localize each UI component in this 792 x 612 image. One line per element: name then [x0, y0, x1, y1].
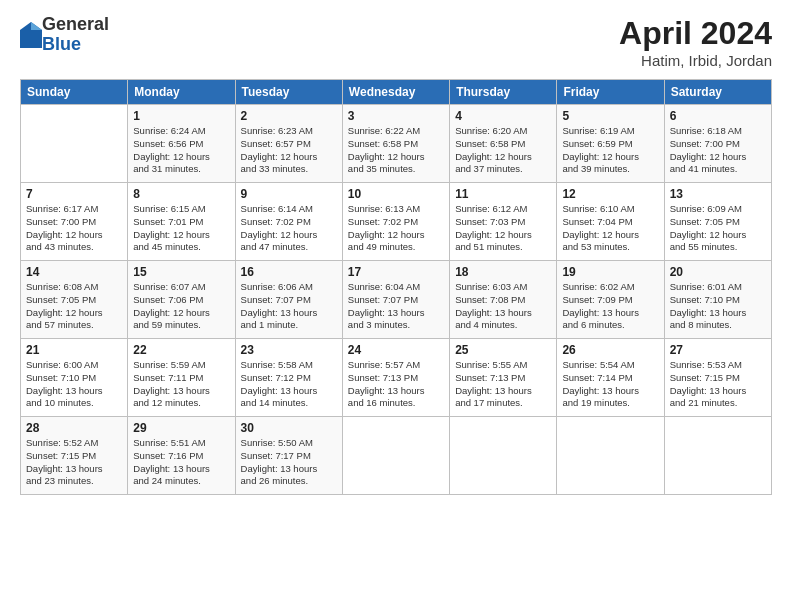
cell-w3-d1: 15Sunrise: 6:07 AM Sunset: 7:06 PM Dayli…: [128, 261, 235, 339]
day-number: 11: [455, 187, 551, 201]
day-info: Sunrise: 6:01 AM Sunset: 7:10 PM Dayligh…: [670, 281, 766, 332]
day-number: 17: [348, 265, 444, 279]
day-info: Sunrise: 5:55 AM Sunset: 7:13 PM Dayligh…: [455, 359, 551, 410]
logo-text: General Blue: [42, 15, 109, 55]
col-thursday: Thursday: [450, 80, 557, 105]
cell-w5-d4: [450, 417, 557, 495]
day-info: Sunrise: 5:50 AM Sunset: 7:17 PM Dayligh…: [241, 437, 337, 488]
day-number: 10: [348, 187, 444, 201]
day-info: Sunrise: 6:06 AM Sunset: 7:07 PM Dayligh…: [241, 281, 337, 332]
col-saturday: Saturday: [664, 80, 771, 105]
cell-w3-d6: 20Sunrise: 6:01 AM Sunset: 7:10 PM Dayli…: [664, 261, 771, 339]
day-number: 2: [241, 109, 337, 123]
cell-w5-d0: 28Sunrise: 5:52 AM Sunset: 7:15 PM Dayli…: [21, 417, 128, 495]
cell-w1-d4: 4Sunrise: 6:20 AM Sunset: 6:58 PM Daylig…: [450, 105, 557, 183]
cell-w5-d1: 29Sunrise: 5:51 AM Sunset: 7:16 PM Dayli…: [128, 417, 235, 495]
cell-w1-d2: 2Sunrise: 6:23 AM Sunset: 6:57 PM Daylig…: [235, 105, 342, 183]
day-number: 25: [455, 343, 551, 357]
day-info: Sunrise: 6:20 AM Sunset: 6:58 PM Dayligh…: [455, 125, 551, 176]
day-info: Sunrise: 6:08 AM Sunset: 7:05 PM Dayligh…: [26, 281, 122, 332]
col-friday: Friday: [557, 80, 664, 105]
month-title: April 2024: [619, 15, 772, 52]
day-info: Sunrise: 6:19 AM Sunset: 6:59 PM Dayligh…: [562, 125, 658, 176]
day-number: 29: [133, 421, 229, 435]
col-monday: Monday: [128, 80, 235, 105]
page: General Blue April 2024 Hatim, Irbid, Jo…: [0, 0, 792, 612]
cell-w4-d1: 22Sunrise: 5:59 AM Sunset: 7:11 PM Dayli…: [128, 339, 235, 417]
cell-w1-d0: [21, 105, 128, 183]
cell-w2-d3: 10Sunrise: 6:13 AM Sunset: 7:02 PM Dayli…: [342, 183, 449, 261]
logo-general: General: [42, 15, 109, 35]
title-area: April 2024 Hatim, Irbid, Jordan: [619, 15, 772, 69]
day-number: 21: [26, 343, 122, 357]
day-number: 15: [133, 265, 229, 279]
cell-w2-d2: 9Sunrise: 6:14 AM Sunset: 7:02 PM Daylig…: [235, 183, 342, 261]
cell-w1-d6: 6Sunrise: 6:18 AM Sunset: 7:00 PM Daylig…: [664, 105, 771, 183]
day-number: 4: [455, 109, 551, 123]
header: General Blue April 2024 Hatim, Irbid, Jo…: [20, 15, 772, 69]
cell-w4-d6: 27Sunrise: 5:53 AM Sunset: 7:15 PM Dayli…: [664, 339, 771, 417]
day-info: Sunrise: 6:23 AM Sunset: 6:57 PM Dayligh…: [241, 125, 337, 176]
day-info: Sunrise: 5:58 AM Sunset: 7:12 PM Dayligh…: [241, 359, 337, 410]
day-info: Sunrise: 5:53 AM Sunset: 7:15 PM Dayligh…: [670, 359, 766, 410]
cell-w2-d1: 8Sunrise: 6:15 AM Sunset: 7:01 PM Daylig…: [128, 183, 235, 261]
day-number: 30: [241, 421, 337, 435]
cell-w5-d6: [664, 417, 771, 495]
week-row-3: 14Sunrise: 6:08 AM Sunset: 7:05 PM Dayli…: [21, 261, 772, 339]
day-number: 24: [348, 343, 444, 357]
day-info: Sunrise: 5:57 AM Sunset: 7:13 PM Dayligh…: [348, 359, 444, 410]
cell-w3-d3: 17Sunrise: 6:04 AM Sunset: 7:07 PM Dayli…: [342, 261, 449, 339]
cell-w1-d3: 3Sunrise: 6:22 AM Sunset: 6:58 PM Daylig…: [342, 105, 449, 183]
day-info: Sunrise: 6:18 AM Sunset: 7:00 PM Dayligh…: [670, 125, 766, 176]
cell-w5-d3: [342, 417, 449, 495]
day-info: Sunrise: 5:59 AM Sunset: 7:11 PM Dayligh…: [133, 359, 229, 410]
week-row-2: 7Sunrise: 6:17 AM Sunset: 7:00 PM Daylig…: [21, 183, 772, 261]
day-info: Sunrise: 6:03 AM Sunset: 7:08 PM Dayligh…: [455, 281, 551, 332]
day-number: 7: [26, 187, 122, 201]
cell-w5-d5: [557, 417, 664, 495]
cell-w1-d1: 1Sunrise: 6:24 AM Sunset: 6:56 PM Daylig…: [128, 105, 235, 183]
day-number: 16: [241, 265, 337, 279]
day-number: 12: [562, 187, 658, 201]
day-info: Sunrise: 5:52 AM Sunset: 7:15 PM Dayligh…: [26, 437, 122, 488]
logo: General Blue: [20, 15, 109, 55]
day-number: 27: [670, 343, 766, 357]
day-number: 8: [133, 187, 229, 201]
logo-blue: Blue: [42, 35, 109, 55]
day-info: Sunrise: 6:22 AM Sunset: 6:58 PM Dayligh…: [348, 125, 444, 176]
week-row-5: 28Sunrise: 5:52 AM Sunset: 7:15 PM Dayli…: [21, 417, 772, 495]
day-info: Sunrise: 6:02 AM Sunset: 7:09 PM Dayligh…: [562, 281, 658, 332]
cell-w3-d0: 14Sunrise: 6:08 AM Sunset: 7:05 PM Dayli…: [21, 261, 128, 339]
cell-w4-d3: 24Sunrise: 5:57 AM Sunset: 7:13 PM Dayli…: [342, 339, 449, 417]
cell-w2-d0: 7Sunrise: 6:17 AM Sunset: 7:00 PM Daylig…: [21, 183, 128, 261]
day-number: 6: [670, 109, 766, 123]
day-info: Sunrise: 6:17 AM Sunset: 7:00 PM Dayligh…: [26, 203, 122, 254]
day-number: 14: [26, 265, 122, 279]
col-sunday: Sunday: [21, 80, 128, 105]
col-wednesday: Wednesday: [342, 80, 449, 105]
logo-icon: [20, 22, 42, 48]
day-number: 13: [670, 187, 766, 201]
cell-w4-d5: 26Sunrise: 5:54 AM Sunset: 7:14 PM Dayli…: [557, 339, 664, 417]
cell-w2-d4: 11Sunrise: 6:12 AM Sunset: 7:03 PM Dayli…: [450, 183, 557, 261]
day-number: 5: [562, 109, 658, 123]
day-info: Sunrise: 6:09 AM Sunset: 7:05 PM Dayligh…: [670, 203, 766, 254]
day-number: 28: [26, 421, 122, 435]
cell-w2-d5: 12Sunrise: 6:10 AM Sunset: 7:04 PM Dayli…: [557, 183, 664, 261]
cell-w5-d2: 30Sunrise: 5:50 AM Sunset: 7:17 PM Dayli…: [235, 417, 342, 495]
day-number: 20: [670, 265, 766, 279]
day-number: 26: [562, 343, 658, 357]
week-row-4: 21Sunrise: 6:00 AM Sunset: 7:10 PM Dayli…: [21, 339, 772, 417]
cell-w4-d0: 21Sunrise: 6:00 AM Sunset: 7:10 PM Dayli…: [21, 339, 128, 417]
calendar-table: Sunday Monday Tuesday Wednesday Thursday…: [20, 79, 772, 495]
svg-marker-1: [31, 22, 42, 30]
week-row-1: 1Sunrise: 6:24 AM Sunset: 6:56 PM Daylig…: [21, 105, 772, 183]
cell-w1-d5: 5Sunrise: 6:19 AM Sunset: 6:59 PM Daylig…: [557, 105, 664, 183]
day-number: 3: [348, 109, 444, 123]
day-info: Sunrise: 6:24 AM Sunset: 6:56 PM Dayligh…: [133, 125, 229, 176]
header-row: Sunday Monday Tuesday Wednesday Thursday…: [21, 80, 772, 105]
cell-w4-d4: 25Sunrise: 5:55 AM Sunset: 7:13 PM Dayli…: [450, 339, 557, 417]
day-info: Sunrise: 6:00 AM Sunset: 7:10 PM Dayligh…: [26, 359, 122, 410]
cell-w4-d2: 23Sunrise: 5:58 AM Sunset: 7:12 PM Dayli…: [235, 339, 342, 417]
day-info: Sunrise: 6:12 AM Sunset: 7:03 PM Dayligh…: [455, 203, 551, 254]
